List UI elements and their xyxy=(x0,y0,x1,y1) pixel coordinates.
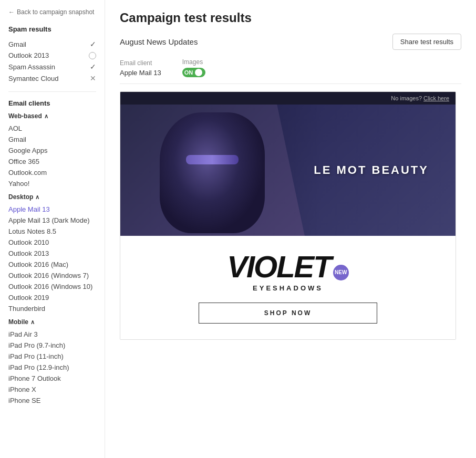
images-meta: Images ON xyxy=(182,58,206,77)
radio-icon xyxy=(89,52,96,59)
shop-now-button[interactable]: SHOP NOW xyxy=(199,303,377,324)
images-label: Images xyxy=(182,58,206,66)
client-outlook-com[interactable]: Outlook.com xyxy=(8,167,96,178)
client-outlook-2010[interactable]: Outlook 2010 xyxy=(8,237,96,248)
client-thunderbird[interactable]: Thunderbird xyxy=(8,303,96,314)
client-lotus-notes[interactable]: Lotus Notes 8.5 xyxy=(8,226,96,237)
hero-brand-text: LE MOT BEAUTY xyxy=(314,163,429,177)
client-apple-mail-13[interactable]: Apple Mail 13 xyxy=(8,204,96,215)
sidebar: ← Back to campaign snapshot Spam results… xyxy=(0,0,105,458)
email-clients-title: Email clients xyxy=(8,99,96,107)
spam-item-gmail: Gmail ✓ xyxy=(8,38,96,50)
client-iphone7-outlook[interactable]: iPhone 7 Outlook xyxy=(8,373,96,384)
toggle-circle xyxy=(195,69,202,76)
check-icon: ✓ xyxy=(90,40,96,48)
check-icon: ✓ xyxy=(90,63,96,71)
client-outlook-2013[interactable]: Outlook 2013 xyxy=(8,248,96,259)
email-client-label: Email client xyxy=(120,59,161,67)
client-outlook-2016-win10[interactable]: Outlook 2016 (Windows 10) xyxy=(8,281,96,292)
client-ipad-air-3[interactable]: iPad Air 3 xyxy=(8,329,96,340)
eyeshadows-subtitle: EYESHADOWS xyxy=(131,284,445,292)
back-arrow-icon: ← xyxy=(8,8,15,16)
web-based-header: Web-based xyxy=(8,112,96,120)
main-content: Campaign test results August News Update… xyxy=(105,0,476,458)
email-preview: No images? Click here LE MOT BEAUTY VIOL… xyxy=(120,91,456,340)
x-icon: ✕ xyxy=(90,74,96,82)
client-ipad-pro-9[interactable]: iPad Pro (9.7-inch) xyxy=(8,340,96,351)
violet-title: VIOLET xyxy=(227,252,330,282)
client-google-apps[interactable]: Google Apps xyxy=(8,145,96,156)
client-gmail[interactable]: Gmail xyxy=(8,134,96,145)
campaign-header: August News Updates Share test results xyxy=(120,34,461,50)
new-badge: NEW xyxy=(333,265,349,280)
spam-item-outlook2013: Outlook 2013 xyxy=(8,50,96,61)
result-meta: Email client Apple Mail 13 Images ON xyxy=(120,58,461,84)
client-outlook-2019[interactable]: Outlook 2019 xyxy=(8,292,96,303)
spam-results-list: Gmail ✓ Outlook 2013 Spam Assassin ✓ Sym… xyxy=(8,38,96,84)
client-outlook-2016-mac[interactable]: Outlook 2016 (Mac) xyxy=(8,259,96,270)
preview-violet-section: VIOLETNEW EYESHADOWS SHOP NOW xyxy=(120,236,456,339)
campaign-name: August News Updates xyxy=(120,37,198,46)
client-ipad-pro-12[interactable]: iPad Pro (12.9-inch) xyxy=(8,362,96,373)
client-office365[interactable]: Office 365 xyxy=(8,156,96,167)
chevron-up-icon xyxy=(44,112,48,120)
client-apple-mail-13-dark[interactable]: Apple Mail 13 (Dark Mode) xyxy=(8,215,96,226)
sidebar-divider xyxy=(8,91,96,92)
hero-text: LE MOT BEAUTY xyxy=(314,163,429,177)
desktop-header: Desktop xyxy=(8,193,96,201)
preview-top-bar: No images? Click here xyxy=(120,92,456,105)
email-client-value: Apple Mail 13 xyxy=(120,69,161,77)
hero-face xyxy=(120,105,305,236)
mobile-header: Mobile xyxy=(8,318,96,326)
eye-accent xyxy=(186,155,239,164)
back-to-snapshot-link[interactable]: ← Back to campaign snapshot xyxy=(8,8,96,16)
page-title: Campaign test results xyxy=(120,11,461,25)
chevron-up-icon xyxy=(35,193,39,201)
share-test-results-button[interactable]: Share test results xyxy=(392,34,461,50)
spam-results-title: Spam results xyxy=(8,25,96,33)
chevron-up-icon xyxy=(30,318,35,326)
client-iphone-x[interactable]: iPhone X xyxy=(8,384,96,395)
click-here-link[interactable]: Click here xyxy=(423,95,449,101)
violet-title-container: VIOLETNEW xyxy=(131,252,445,284)
client-iphone-se[interactable]: iPhone SE xyxy=(8,395,96,406)
spam-item-spamassassin: Spam Assassin ✓ xyxy=(8,61,96,72)
preview-hero: LE MOT BEAUTY xyxy=(120,105,456,236)
client-ipad-pro-11[interactable]: iPad Pro (11-inch) xyxy=(8,351,96,362)
no-images-text: No images? Click here xyxy=(391,95,449,101)
client-outlook-2016-win7[interactable]: Outlook 2016 (Windows 7) xyxy=(8,270,96,281)
mobile-group: Mobile iPad Air 3 iPad Pro (9.7-inch) iP… xyxy=(8,318,96,406)
face-silhouette xyxy=(160,112,265,233)
email-client-meta: Email client Apple Mail 13 xyxy=(120,59,161,77)
web-based-group: Web-based AOL Gmail Google Apps Office 3… xyxy=(8,112,96,189)
desktop-group: Desktop Apple Mail 13 Apple Mail 13 (Dar… xyxy=(8,193,96,314)
client-aol[interactable]: AOL xyxy=(8,123,96,134)
images-toggle[interactable]: ON xyxy=(182,68,206,77)
spam-item-symantec: Symantec Cloud ✕ xyxy=(8,72,96,84)
client-yahoo[interactable]: Yahoo! xyxy=(8,178,96,189)
